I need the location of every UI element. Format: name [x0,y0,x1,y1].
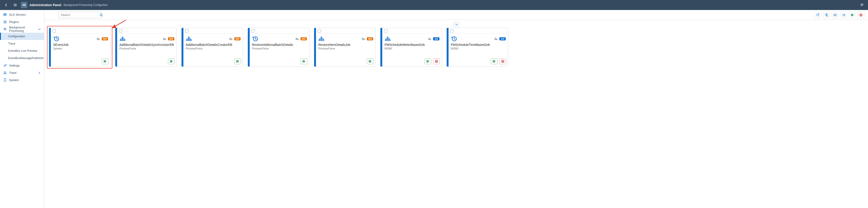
card-accent [380,28,382,66]
assignee-lock-icon [229,37,233,41]
sidebar-item-6[interactable]: EventBusMessagePublisher… [0,55,44,62]
count-badge: 0/3 [102,37,108,40]
sidebar-item-8[interactable]: Trace [0,69,44,76]
select-checkbox[interactable] [53,29,56,32]
sidebar-item-label: Trace [9,71,17,75]
job-card[interactable]: 0/3RestoreItemDetailsJobProcessForce [314,28,376,67]
run-button[interactable] [367,58,374,64]
sidebar-item-0[interactable]: SLD Servers [0,11,44,18]
view-checklist-button[interactable] [832,12,838,18]
job-grid: 0/3SEventJobSystem0/3AdditionalBatchDeta… [49,28,864,67]
job-card[interactable]: 1/3PMScheduleTimeBasedJobMI360 [446,28,508,67]
run-button[interactable] [102,58,108,64]
select-checkbox[interactable] [119,29,122,32]
assignee-lock-icon [162,37,166,41]
sidebar-item-5[interactable]: EventBus Live Preview [0,47,44,55]
count-badge: 0/3 [367,37,373,40]
back-button[interactable] [3,2,9,8]
process-icon [384,36,391,42]
job-module: ProcessForce [186,47,241,50]
chevron-right-icon [38,71,41,74]
sidebar-item-label: Background Processing [9,26,35,32]
sidebar-item-label: Plugins [9,20,19,24]
card-accent [115,28,117,66]
assignee-lock-icon [428,37,432,41]
assignee-lock-icon [295,37,299,41]
run-all-button[interactable] [849,12,856,18]
count-badge: 1/3 [499,37,506,40]
server-icon [3,13,7,16]
search-input[interactable] [60,13,99,17]
sidebar-item-7[interactable]: Settings [0,62,44,69]
job-card[interactable]: 0/3SEventJobSystem [49,28,111,67]
card-accent [49,28,51,66]
job-name: RestoreItemDetailsJob [318,43,373,47]
run-button[interactable] [168,58,175,64]
stop-all-button[interactable] [858,12,864,18]
job-name: PMScheduleMeterBasedJob [384,43,439,47]
sidebar-item-9[interactable]: System [0,76,44,84]
job-card[interactable]: 0/3AdditionalBatchDetailsCreatorEBProces… [181,28,243,67]
wrench-icon [3,64,7,67]
view-numbered-button[interactable] [840,12,847,18]
user-button[interactable] [859,2,865,8]
run-button[interactable] [425,58,431,64]
job-module: ProcessForce [252,47,307,50]
sidebar-item-4[interactable]: Trace [0,40,44,47]
device-icon [3,78,7,82]
run-button[interactable] [234,58,241,64]
process-icon [119,36,126,42]
select-checkbox[interactable] [451,29,454,32]
job-name: AdditionalBatchDetailsCreatorEB [186,43,241,47]
job-card[interactable]: 0/3RestoreAditionalBatchDetailsProcessFo… [248,28,309,67]
search-box[interactable] [58,12,101,18]
clear-filter-button[interactable] [823,12,830,18]
job-card[interactable]: 0/3AdditionalBatchDetailsSynchronizerEBP… [115,28,177,67]
sidebar-item-1[interactable]: Plugins [0,18,44,25]
clock-icon [53,36,59,42]
run-button[interactable] [491,58,498,64]
run-button[interactable] [301,58,307,64]
count-badge: 0/3 [234,37,241,40]
job-name: SEventJob [53,43,108,47]
job-name: PMScheduleTimeBasedJob [451,43,506,47]
toolbar [44,10,868,20]
shell-header: AE Administration Panel Background Proce… [0,0,868,10]
header-subtitle: Background Processing Configurtion [64,3,108,7]
job-module: ProcessForce [318,47,373,50]
sidebar: SLD ServersPluginsBackground ProcessingC… [0,10,44,208]
select-checkbox[interactable] [185,29,188,32]
gear-icon [3,27,7,31]
warning-icon [3,71,7,75]
sidebar-item-label: SLD Servers [9,13,26,16]
assignee-lock-icon [361,37,366,41]
sidebar-item-label: Trace [8,42,16,45]
search-icon [99,13,103,17]
menu-button[interactable] [12,2,19,8]
sidebar-item-label: EventBus Live Preview [8,49,37,53]
count-badge: 0/3 [301,37,307,40]
card-accent [248,28,250,66]
header-title: Administration Panel [30,3,61,7]
card-accent [447,28,448,66]
sidebar-item-3[interactable]: Configuration [0,33,44,40]
job-card[interactable]: 1/3PMScheduleMeterBasedJobMI360 [380,28,442,67]
sidebar-item-2[interactable]: Background Processing [0,25,44,33]
chevron-down-icon [38,28,41,31]
process-icon [318,36,324,42]
card-accent [182,28,183,66]
card-accent [314,28,316,66]
assignee-lock-icon [96,37,100,41]
process-icon [186,36,192,42]
clock-icon [252,36,258,42]
refresh-button[interactable] [814,12,821,18]
select-checkbox[interactable] [318,29,321,32]
select-checkbox[interactable] [251,29,255,32]
select-checkbox[interactable] [384,29,387,32]
stop-button[interactable] [433,58,440,64]
expand-handle[interactable] [49,22,864,26]
count-badge: 0/3 [168,37,174,40]
stop-button[interactable] [499,58,506,64]
sidebar-item-label: Settings [9,64,20,67]
puzzle-icon [3,20,7,24]
